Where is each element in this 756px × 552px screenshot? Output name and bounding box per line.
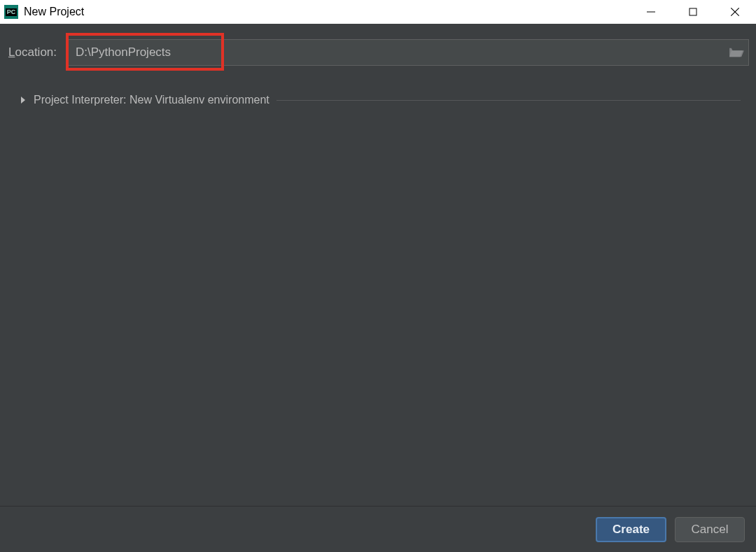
location-row: Location: (7, 39, 749, 66)
location-label: Location: (8, 45, 57, 59)
section-divider (276, 100, 741, 101)
app-icon: PC (4, 5, 18, 19)
create-button[interactable]: Create (596, 517, 666, 542)
location-input-wrapper (68, 39, 749, 66)
minimize-icon (646, 7, 656, 17)
window-controls (630, 0, 756, 24)
dialog-content: Location: Project Interpreter: New Virtu… (0, 24, 756, 506)
minimize-button[interactable] (630, 0, 672, 24)
maximize-button[interactable] (672, 0, 714, 24)
content-spacer (7, 106, 749, 506)
close-icon (729, 6, 741, 17)
maximize-icon (688, 7, 698, 17)
svg-rect-1 (690, 8, 696, 15)
title-bar: PC New Project (0, 0, 756, 24)
folder-open-icon[interactable] (729, 46, 744, 59)
dialog-footer: Create Cancel (0, 506, 756, 552)
chevron-right-icon (20, 97, 27, 104)
interpreter-section-label: Project Interpreter: New Virtualenv envi… (34, 94, 270, 106)
app-icon-text: PC (6, 8, 18, 16)
window-title: New Project (24, 6, 630, 18)
location-input[interactable] (76, 45, 729, 59)
location-label-rest: ocation: (15, 45, 57, 59)
cancel-button[interactable]: Cancel (675, 517, 745, 542)
close-button[interactable] (714, 0, 756, 24)
interpreter-section-header[interactable]: Project Interpreter: New Virtualenv envi… (20, 94, 741, 106)
